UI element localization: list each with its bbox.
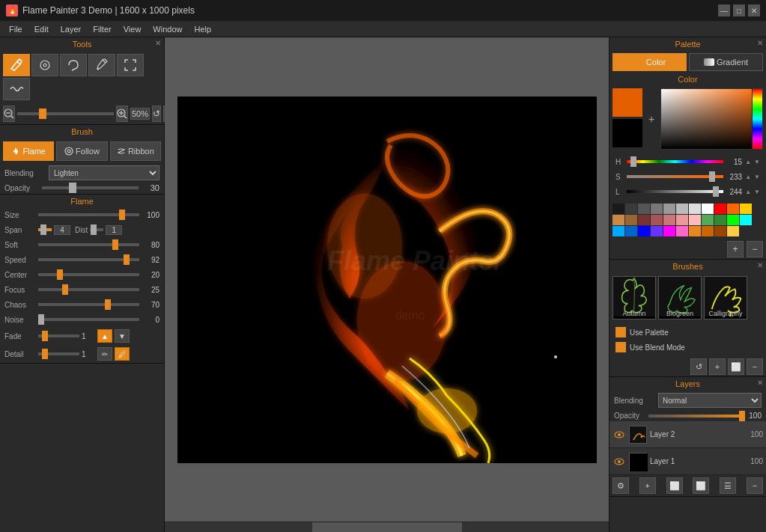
sat-up-arrow[interactable]: ▲ (745, 174, 751, 180)
background-swatch[interactable] (613, 119, 642, 147)
swatch-item[interactable] (689, 226, 701, 236)
canvas[interactable]: Flame Painter demo (177, 97, 597, 463)
zoom-in-button[interactable] (116, 106, 128, 122)
swatch-item[interactable] (651, 204, 663, 214)
swatch-item[interactable] (638, 215, 650, 225)
swatch-item[interactable] (714, 204, 726, 214)
calligraphy-brush-thumb[interactable]: Calligraphy (704, 276, 747, 319)
palette-close[interactable]: ✕ (757, 39, 763, 47)
fade-slider[interactable] (38, 334, 79, 337)
hue-slider[interactable] (627, 160, 723, 163)
brush-tool-button[interactable] (3, 54, 30, 76)
rotate-brush-button[interactable]: ↺ (690, 358, 707, 375)
swatch-item[interactable] (638, 226, 650, 236)
menu-filter[interactable]: Filter (87, 23, 117, 35)
layer-settings-button[interactable]: ⚙ (613, 477, 629, 494)
swatch-item[interactable] (663, 215, 675, 225)
swatch-item[interactable] (727, 226, 739, 236)
add-color-icon[interactable]: + (645, 88, 657, 150)
horizontal-scrollbar[interactable] (165, 522, 609, 532)
swatch-item[interactable] (727, 204, 739, 214)
dist-mini-slider[interactable] (90, 228, 103, 231)
chaos-slider[interactable] (38, 303, 139, 306)
autumn-brush-thumb[interactable]: Autumn (613, 276, 656, 319)
light-up-arrow[interactable]: ▲ (745, 189, 751, 195)
swatch-item[interactable] (714, 226, 726, 236)
layer-1-visibility[interactable] (613, 455, 626, 468)
zoom-out-button[interactable] (3, 106, 15, 122)
biogreen-brush-thumb[interactable]: Biogreen (658, 276, 702, 319)
swatch-item[interactable] (651, 226, 663, 236)
blending-select[interactable]: LightenNormalDarkenMultiplyScreen (49, 165, 159, 180)
menu-window[interactable]: Window (147, 23, 188, 35)
menu-edit[interactable]: Edit (28, 23, 55, 35)
swatch-item[interactable] (676, 204, 688, 214)
detail-slider[interactable] (38, 352, 79, 355)
layer-copy-button[interactable]: ⬜ (666, 477, 683, 494)
light-down-arrow[interactable]: ▼ (754, 189, 760, 195)
swatch-item[interactable] (613, 204, 624, 214)
rotate-left-button[interactable]: ↺ (152, 106, 161, 122)
swatch-item[interactable] (727, 215, 739, 225)
swatch-item[interactable] (613, 215, 624, 225)
add-swatch-button[interactable]: + (727, 241, 744, 257)
wave-tool-button[interactable] (3, 78, 30, 100)
swatch-item[interactable] (702, 226, 714, 236)
dist-num[interactable] (106, 225, 122, 235)
close-button[interactable]: ✕ (748, 4, 760, 16)
brushes-close[interactable]: ✕ (757, 261, 763, 269)
light-slider[interactable] (627, 190, 723, 193)
zoom-slider[interactable] (17, 112, 114, 115)
layer-merge-button[interactable]: ⬜ (693, 477, 709, 494)
flame-brush-button[interactable]: Flame (3, 141, 54, 161)
copy-brush-button[interactable]: ⬜ (728, 358, 744, 375)
add-brush-button[interactable]: + (709, 358, 726, 375)
swatch-item[interactable] (689, 215, 701, 225)
follow-brush-button[interactable]: Follow (56, 141, 107, 161)
tools-close[interactable]: ✕ (155, 39, 161, 47)
ribbon-brush-button[interactable]: Ribbon (110, 141, 161, 161)
swatch-item[interactable] (613, 226, 624, 236)
layers-close[interactable]: ✕ (757, 379, 763, 387)
swatch-item[interactable] (702, 204, 714, 214)
layer-add-button[interactable]: + (639, 477, 656, 494)
detail-icon2[interactable]: 🖊 (115, 347, 130, 361)
menu-view[interactable]: View (118, 23, 148, 35)
fullscreen-tool-button[interactable] (117, 54, 144, 76)
opacity-slider[interactable] (42, 186, 139, 189)
layer-2-visibility[interactable] (613, 428, 626, 441)
hue-down-arrow[interactable]: ▼ (754, 159, 760, 165)
soft-slider[interactable] (38, 243, 139, 246)
swatch-item[interactable] (651, 215, 663, 225)
focus-slider[interactable] (38, 288, 139, 291)
span-num[interactable] (54, 225, 70, 235)
fade-icon1[interactable]: ▲ (97, 329, 112, 343)
lasso-tool-button[interactable] (60, 54, 87, 76)
maximize-button[interactable]: □ (733, 4, 745, 16)
dropper-tool-button[interactable] (88, 54, 115, 76)
layer-options-button[interactable]: ☰ (720, 477, 736, 494)
span-mini-slider[interactable] (38, 228, 52, 231)
swatch-item[interactable] (663, 204, 675, 214)
layers-blend-select[interactable]: NormalLightenDarkenMultiply (658, 393, 762, 408)
detail-icon1[interactable]: ✏ (97, 347, 112, 361)
speed-slider[interactable] (38, 258, 139, 261)
size-slider[interactable] (38, 213, 139, 216)
swatch-item[interactable] (702, 215, 714, 225)
fade-icon2[interactable]: ▼ (115, 329, 130, 343)
swatch-item[interactable] (689, 204, 701, 214)
swatch-item[interactable] (638, 204, 650, 214)
swatch-item[interactable] (663, 226, 675, 236)
canvas-container[interactable]: Flame Painter demo (165, 37, 609, 522)
swatch-item[interactable] (625, 226, 637, 236)
pen-tool-button[interactable] (31, 54, 58, 76)
swatch-item[interactable] (740, 204, 752, 214)
layer-1-row[interactable]: Layer 1 100 (610, 448, 766, 475)
swatch-item[interactable] (676, 215, 688, 225)
remove-brush-button[interactable]: − (747, 358, 763, 375)
menu-file[interactable]: File (3, 23, 28, 35)
swatch-item[interactable] (740, 215, 752, 225)
swatch-item[interactable] (625, 215, 637, 225)
color-tab[interactable]: Color (613, 53, 687, 71)
noise-slider[interactable] (38, 318, 139, 321)
